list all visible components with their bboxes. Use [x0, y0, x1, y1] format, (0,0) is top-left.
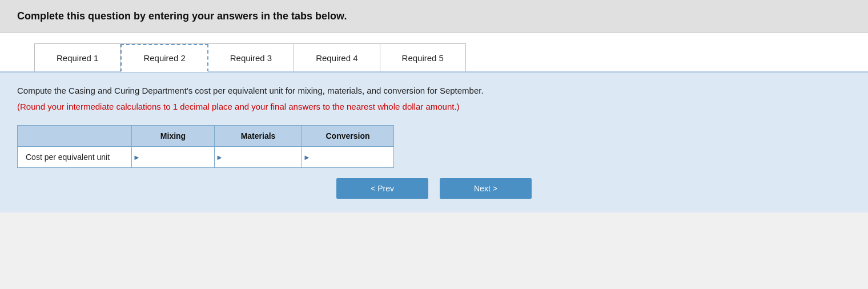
conversion-input[interactable]	[302, 147, 393, 167]
tab-required-5[interactable]: Required 5	[380, 44, 465, 71]
main-text: Compute the Casing and Curing Department…	[17, 84, 851, 98]
instruction-bar: Complete this question by entering your …	[0, 0, 868, 33]
tab-label-2: Required 2	[143, 53, 185, 63]
mixing-input[interactable]	[132, 147, 214, 167]
next-button[interactable]: Next >	[440, 178, 532, 199]
tab-required-3[interactable]: Required 3	[208, 44, 294, 71]
col-header-conversion: Conversion	[302, 126, 394, 147]
page-wrapper: Complete this question by entering your …	[0, 0, 868, 289]
materials-input-cell[interactable]: ►	[215, 147, 302, 168]
conversion-input-cell[interactable]: ►	[302, 147, 394, 168]
tab-label-1: Required 1	[57, 53, 98, 63]
cost-table: Mixing Materials Conversion Cost per equ…	[17, 125, 394, 168]
tabs-row: Required 1 Required 2 Required 3 Require…	[34, 43, 466, 71]
content-area: Compute the Casing and Curing Department…	[0, 71, 868, 212]
note-text: (Round your intermediate calculations to…	[17, 100, 851, 114]
tab-label-3: Required 3	[230, 53, 272, 63]
instruction-text: Complete this question by entering your …	[17, 10, 347, 22]
col-header-mixing: Mixing	[132, 126, 215, 147]
prev-button[interactable]: < Prev	[336, 178, 428, 199]
materials-input[interactable]	[215, 147, 302, 167]
tab-required-1[interactable]: Required 1	[35, 44, 120, 71]
tab-required-2[interactable]: Required 2	[120, 44, 208, 72]
mixing-input-cell[interactable]: ►	[132, 147, 215, 168]
row-label-cost-per-unit: Cost per equivalent unit	[18, 147, 132, 168]
tabs-section: Required 1 Required 2 Required 3 Require…	[0, 33, 868, 71]
bottom-buttons: < Prev Next >	[17, 178, 851, 199]
table-section: Mixing Materials Conversion Cost per equ…	[17, 125, 851, 168]
table-row: Cost per equivalent unit ► ► ►	[18, 147, 394, 168]
tab-required-4[interactable]: Required 4	[294, 44, 380, 71]
col-header-materials: Materials	[215, 126, 302, 147]
tab-label-4: Required 4	[316, 53, 357, 63]
col-header-empty	[18, 126, 132, 147]
tab-label-5: Required 5	[402, 53, 444, 63]
